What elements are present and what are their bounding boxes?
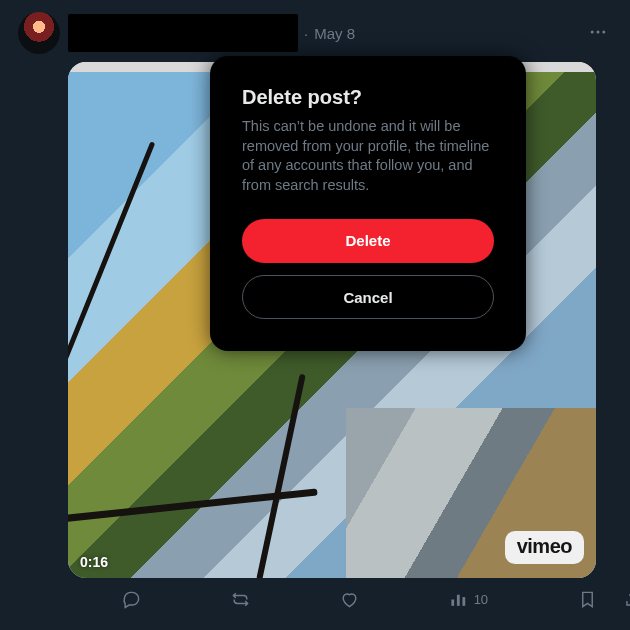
repost-icon <box>231 590 250 609</box>
share-button[interactable] <box>619 586 630 613</box>
svg-rect-5 <box>462 597 465 606</box>
delete-post-dialog: Delete post? This can’t be undone and it… <box>210 56 526 351</box>
svg-point-0 <box>591 31 594 34</box>
more-button[interactable] <box>584 18 612 46</box>
dialog-body: This can’t be undone and it will be remo… <box>242 117 494 195</box>
delete-button[interactable]: Delete <box>242 219 494 263</box>
bookmark-button[interactable] <box>574 586 601 613</box>
user-name-redacted <box>68 14 298 52</box>
video-duration: 0:16 <box>80 554 108 570</box>
dialog-title: Delete post? <box>242 86 494 109</box>
reply-button[interactable] <box>118 586 145 613</box>
svg-point-1 <box>597 31 600 34</box>
views-button[interactable]: 10 <box>445 586 492 613</box>
action-bar: 10 <box>118 586 630 613</box>
watermark-label: vimeo <box>505 531 584 564</box>
share-icon <box>623 590 630 609</box>
post-header: · May 8 <box>18 12 612 54</box>
cancel-button[interactable]: Cancel <box>242 275 494 319</box>
views-icon <box>449 590 468 609</box>
like-button[interactable] <box>336 586 363 613</box>
repost-button[interactable] <box>227 586 254 613</box>
svg-point-2 <box>602 31 605 34</box>
svg-rect-3 <box>451 600 454 606</box>
views-count: 10 <box>474 592 488 607</box>
more-icon <box>588 22 608 42</box>
post-date: May 8 <box>314 25 355 42</box>
svg-rect-4 <box>457 595 460 606</box>
interpunct: · <box>304 25 308 42</box>
bookmark-icon <box>578 590 597 609</box>
reply-icon <box>122 590 141 609</box>
avatar[interactable] <box>18 12 60 54</box>
heart-icon <box>340 590 359 609</box>
user-name-block: · May 8 <box>68 14 612 52</box>
